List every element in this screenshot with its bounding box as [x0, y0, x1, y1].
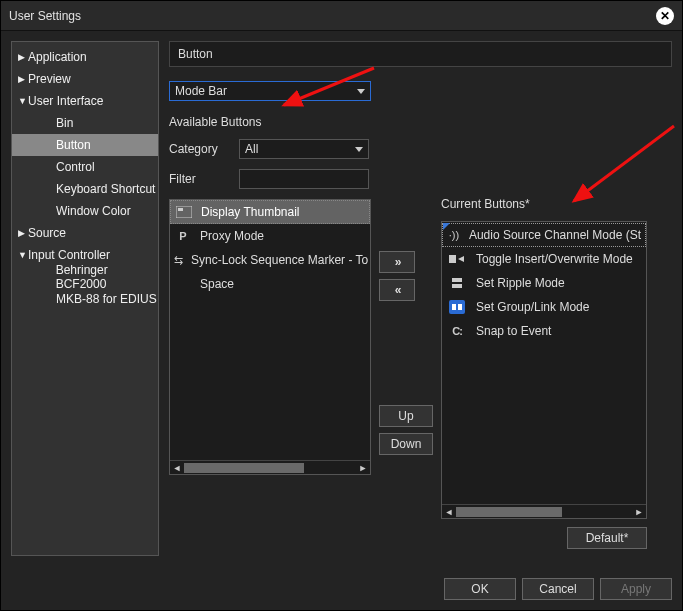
- sidebar-item-label: Window Color: [56, 204, 131, 218]
- sidebar-item-preview[interactable]: ▶Preview: [12, 68, 158, 90]
- dialog-footer: OK Cancel Apply: [444, 578, 672, 600]
- svg-rect-1: [178, 208, 183, 211]
- scroll-right-icon[interactable]: ►: [356, 461, 370, 475]
- svg-rect-0: [176, 206, 192, 218]
- proxy-icon: P: [174, 228, 192, 244]
- sidebar-item-label: User Interface: [28, 94, 103, 108]
- list-item-label: Set Group/Link Mode: [476, 300, 589, 314]
- apply-button[interactable]: Apply: [600, 578, 672, 600]
- svg-rect-3: [452, 278, 462, 282]
- move-right-button[interactable]: »: [379, 251, 415, 273]
- list-item-label: Snap to Event: [476, 324, 551, 338]
- list-item[interactable]: ·))Audio Source Channel Mode (St: [442, 223, 646, 247]
- group-icon: [446, 299, 468, 315]
- sidebar-item-label: Button: [56, 138, 91, 152]
- svg-rect-7: [458, 304, 462, 310]
- cancel-button[interactable]: Cancel: [522, 578, 594, 600]
- list-item-label: Audio Source Channel Mode (St: [469, 228, 641, 242]
- tree-expanded-icon: ▼: [18, 96, 28, 106]
- ripple-icon: [446, 275, 468, 291]
- sync-icon: ⇆: [174, 252, 183, 268]
- sidebar-item-label: Control: [56, 160, 95, 174]
- window-body: ▶Application▶Preview▼User InterfaceBinBu…: [1, 31, 682, 566]
- sidebar-item-label: Application: [28, 50, 87, 64]
- filter-label: Filter: [169, 172, 239, 186]
- close-button[interactable]: ✕: [656, 7, 674, 25]
- list-item-label: Sync-Lock Sequence Marker - To: [191, 253, 368, 267]
- sidebar-item-button[interactable]: Button: [12, 134, 158, 156]
- sidebar-item-window-color[interactable]: Window Color: [12, 200, 158, 222]
- sidebar-item-label: Keyboard Shortcut: [56, 182, 155, 196]
- sidebar-item-label: Bin: [56, 116, 73, 130]
- svg-rect-5: [449, 300, 465, 314]
- list-item[interactable]: PProxy Mode: [170, 224, 370, 248]
- annotation-arrow-1: [269, 63, 379, 113]
- list-item-label: Set Ripple Mode: [476, 276, 565, 290]
- list-item[interactable]: Set Group/Link Mode: [442, 295, 646, 319]
- sidebar-item-mkb-88-for-edius[interactable]: MKB-88 for EDIUS: [12, 288, 158, 310]
- chevron-down-icon: [355, 147, 363, 152]
- svg-rect-6: [452, 304, 456, 310]
- user-settings-window: User Settings ✕ ▶Application▶Preview▼Use…: [0, 0, 683, 611]
- thumbnail-icon: [175, 204, 193, 220]
- move-up-button[interactable]: Up: [379, 405, 433, 427]
- move-buttons: » « Up Down: [379, 199, 433, 549]
- list-item-label: Display Thumbnail: [201, 205, 300, 219]
- sidebar-item-label: Behringer BCF2000: [56, 263, 158, 291]
- category-dropdown[interactable]: All: [239, 139, 369, 159]
- list-item-label: Toggle Insert/Overwrite Mode: [476, 252, 633, 266]
- sidebar-item-application[interactable]: ▶Application: [12, 46, 158, 68]
- sidebar-item-label: MKB-88 for EDIUS: [56, 292, 157, 306]
- sidebar-item-bin[interactable]: Bin: [12, 112, 158, 134]
- list-item[interactable]: Toggle Insert/Overwrite Mode: [442, 247, 646, 271]
- titlebar: User Settings ✕: [1, 1, 682, 31]
- window-title: User Settings: [9, 9, 81, 23]
- annotation-arrow-2: [559, 121, 679, 211]
- tree-collapsed-icon: ▶: [18, 52, 28, 62]
- sidebar: ▶Application▶Preview▼User InterfaceBinBu…: [11, 41, 159, 556]
- sidebar-item-source[interactable]: ▶Source: [12, 222, 158, 244]
- current-hscrollbar[interactable]: ◄ ►: [442, 504, 646, 518]
- svg-line-9: [574, 126, 674, 201]
- scroll-right-icon[interactable]: ►: [632, 505, 646, 519]
- section-header: Button: [169, 41, 672, 67]
- available-buttons-list[interactable]: Display ThumbnailPProxy Mode⇆Sync-Lock S…: [169, 199, 371, 475]
- category-label: Category: [169, 142, 239, 156]
- sidebar-item-label: Input Controller: [28, 248, 110, 262]
- list-item[interactable]: Space: [170, 272, 370, 296]
- tree-expanded-icon: ▼: [18, 250, 28, 260]
- corner-mark-icon: [443, 223, 450, 230]
- move-down-button[interactable]: Down: [379, 433, 433, 455]
- list-item-label: Space: [200, 277, 234, 291]
- blank-icon: [174, 276, 192, 292]
- tree-collapsed-icon: ▶: [18, 74, 28, 84]
- svg-rect-4: [452, 284, 462, 288]
- svg-line-8: [284, 68, 374, 105]
- sidebar-item-keyboard-shortcut[interactable]: Keyboard Shortcut: [12, 178, 158, 200]
- sidebar-item-label: Preview: [28, 72, 71, 86]
- toggle-icon: [446, 251, 468, 267]
- ok-button[interactable]: OK: [444, 578, 516, 600]
- default-button[interactable]: Default*: [567, 527, 647, 549]
- sidebar-item-control[interactable]: Control: [12, 156, 158, 178]
- sidebar-item-label: Source: [28, 226, 66, 240]
- list-item[interactable]: Set Ripple Mode: [442, 271, 646, 295]
- mode-dropdown-value: Mode Bar: [175, 84, 227, 98]
- scroll-left-icon[interactable]: ◄: [442, 505, 456, 519]
- available-hscrollbar[interactable]: ◄ ►: [170, 460, 370, 474]
- sidebar-item-user-interface[interactable]: ▼User Interface: [12, 90, 158, 112]
- list-item[interactable]: ⇆Sync-Lock Sequence Marker - To: [170, 248, 370, 272]
- main-panel: Button Mode Bar Available Buttons Catego…: [169, 41, 672, 556]
- move-left-button[interactable]: «: [379, 279, 415, 301]
- filter-input[interactable]: [239, 169, 369, 189]
- scroll-left-icon[interactable]: ◄: [170, 461, 184, 475]
- list-item[interactable]: C:Snap to Event: [442, 319, 646, 343]
- category-value: All: [245, 142, 258, 156]
- list-item-label: Proxy Mode: [200, 229, 264, 243]
- list-item[interactable]: Display Thumbnail: [170, 200, 370, 224]
- current-buttons-list[interactable]: ·))Audio Source Channel Mode (StToggle I…: [441, 221, 647, 519]
- snap-icon: C:: [446, 323, 468, 339]
- svg-rect-2: [449, 255, 456, 263]
- tree-collapsed-icon: ▶: [18, 228, 28, 238]
- sidebar-item-behringer-bcf2000[interactable]: Behringer BCF2000: [12, 266, 158, 288]
